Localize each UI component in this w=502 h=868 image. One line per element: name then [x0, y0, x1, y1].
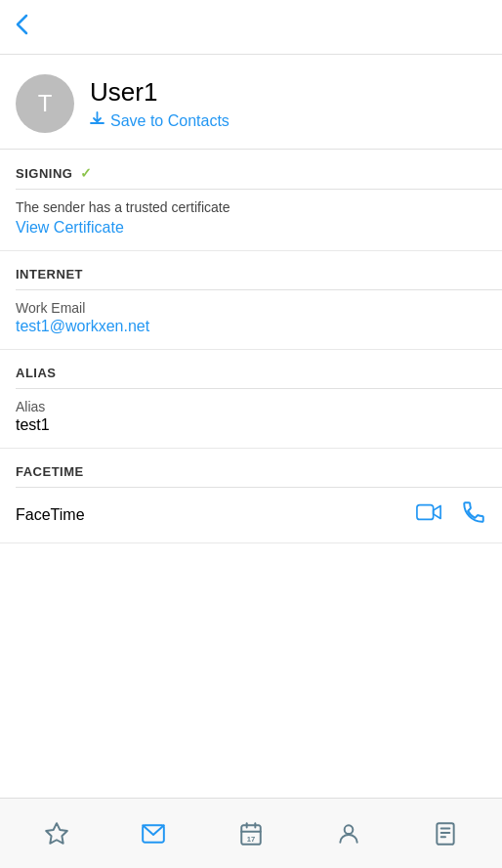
alias-header: ALIAS — [16, 350, 486, 388]
tab-mail[interactable] — [129, 813, 178, 854]
profile-info: User1 Save to Contacts — [90, 77, 230, 130]
work-email-value[interactable]: test1@workxen.net — [16, 318, 486, 335]
header — [0, 0, 502, 55]
facetime-label: FaceTime — [16, 506, 85, 524]
facetime-section: FACETIME FaceTime — [0, 449, 502, 543]
tab-notes[interactable] — [421, 813, 470, 854]
alias-value: test1 — [16, 416, 486, 434]
svg-rect-0 — [417, 505, 434, 520]
facetime-video-button[interactable] — [416, 499, 441, 531]
save-to-contacts-button[interactable]: Save to Contacts — [90, 111, 230, 130]
download-icon — [90, 111, 105, 130]
svg-text:17: 17 — [247, 834, 255, 843]
signing-description: The sender has a trusted certificate — [16, 199, 486, 215]
profile-name: User1 — [90, 77, 230, 108]
svg-point-8 — [344, 825, 353, 834]
save-to-contacts-label: Save to Contacts — [110, 112, 230, 130]
tab-bar: 17 — [0, 798, 502, 868]
svg-rect-9 — [438, 823, 454, 845]
facetime-audio-button[interactable] — [461, 499, 486, 531]
tab-contacts[interactable] — [324, 813, 373, 854]
svg-marker-1 — [46, 823, 67, 844]
internet-header: INTERNET — [16, 251, 486, 289]
facetime-row: FaceTime — [16, 488, 486, 542]
avatar: T — [16, 74, 74, 133]
facetime-header: FACETIME — [16, 449, 486, 487]
signing-content: The sender has a trusted certificate Vie… — [16, 199, 486, 250]
signing-section: SIGNING ✓ The sender has a trusted certi… — [0, 150, 502, 251]
alias-content: Alias test1 — [16, 399, 486, 448]
signing-header: SIGNING ✓ — [16, 150, 486, 189]
facetime-actions — [416, 499, 486, 531]
tab-favorites[interactable] — [32, 813, 81, 854]
internet-section: INTERNET Work Email test1@workxen.net — [0, 251, 502, 350]
alias-section: ALIAS Alias test1 — [0, 350, 502, 449]
alias-label: Alias — [16, 399, 486, 414]
profile-section: T User1 Save to Contacts — [0, 55, 502, 150]
work-email-label: Work Email — [16, 300, 486, 316]
tab-calendar[interactable]: 17 — [227, 813, 275, 854]
view-certificate-button[interactable]: View Certificate — [16, 219, 486, 237]
internet-content: Work Email test1@workxen.net — [16, 300, 486, 349]
back-button[interactable] — [16, 10, 37, 45]
check-icon: ✓ — [80, 165, 93, 181]
